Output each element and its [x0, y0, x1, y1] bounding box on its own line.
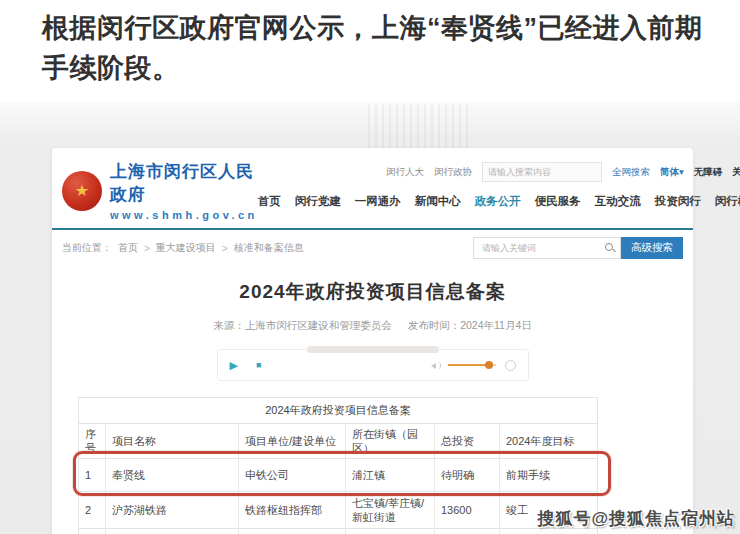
cell-town: 浦江镇	[346, 459, 435, 491]
nav-item-gov-affairs[interactable]: 政务公开	[475, 194, 521, 209]
article-source: 来源：上海市闵行区建设和管理委员会	[213, 319, 392, 333]
cell-project-name: 奉贤线	[106, 459, 239, 491]
gov-website-card: ★ 上海市闵行区人民政府 www.shmh.gov.cn 闵行人大 闵行政协 全…	[52, 148, 693, 534]
link-minhang-zhengxie[interactable]: 闵行政协	[434, 166, 472, 179]
keyword-search-input[interactable]	[480, 242, 604, 254]
nav-item-invest[interactable]: 投资闵行	[655, 194, 701, 209]
cell-index: 2	[79, 492, 106, 528]
language-select[interactable]: 简体▾	[660, 166, 684, 179]
col-header-index: 序号	[79, 424, 106, 458]
site-search-input[interactable]	[482, 162, 602, 182]
breadcrumb-filing-info[interactable]: 核准和备案信息	[234, 241, 304, 255]
care-version-link[interactable]: 关怀版	[732, 166, 740, 179]
accessibility-link[interactable]: 无障碍	[694, 166, 723, 179]
cell-investment: 13600	[435, 492, 500, 528]
stop-icon[interactable]: ■	[256, 361, 261, 370]
table-row-fengxian-line: 1 奉贤线 申铁公司 浦江镇 待明确 前期手续	[78, 459, 598, 492]
table-row-huhang-link-line: 3 沪杭客专南联络线 铁路枢纽指挥部 梅陇镇 莘庄镇 167705 竣工	[78, 529, 598, 534]
search-icon[interactable]	[604, 242, 616, 254]
cell-unit: 申铁公司	[239, 459, 346, 491]
mute-toggle-icon[interactable]	[505, 360, 516, 371]
site-header: ★ 上海市闵行区人民政府 www.shmh.gov.cn 闵行人大 闵行政协 全…	[52, 148, 693, 221]
breadcrumb-separator: >	[144, 243, 150, 254]
cell-index: 1	[79, 459, 106, 491]
utility-row: 闵行人大 闵行政协 全网搜索 简体▾ 无障碍 关怀版	[386, 162, 740, 182]
volume-fill	[448, 364, 488, 366]
breadcrumb-home[interactable]: 首页	[118, 241, 138, 255]
breadcrumb-row: 当前位置： 首页 > 重大建设项目 > 核准和备案信息 高级搜索	[52, 230, 693, 265]
nav-item-onestop[interactable]: 一网通办	[355, 194, 401, 209]
nav-item-home[interactable]: 首页	[258, 194, 281, 209]
col-header-project-name: 项目名称	[106, 424, 239, 458]
cell-town: 梅陇镇 莘庄镇	[346, 529, 435, 534]
breadcrumb-major-projects[interactable]: 重大建设项目	[156, 241, 216, 255]
nav-item-interaction[interactable]: 互动交流	[595, 194, 641, 209]
col-header-investment: 总投资	[435, 424, 500, 458]
volume-slider[interactable]	[448, 364, 496, 366]
article-headline: 根据闵行区政府官网公示，上海“奉贤线”已经进入前期 手续阶段。	[42, 8, 712, 88]
cell-town: 七宝镇/莘庄镇/新虹街道	[346, 492, 435, 528]
table-header-row: 序号 项目名称 项目单位/建设单位 所在街镇（园区） 总投资 2024年度目标	[78, 424, 598, 459]
cell-unit: 铁路枢纽指挥部	[239, 529, 346, 534]
audio-caption-blur	[307, 346, 439, 353]
site-name: 上海市闵行区人民政府	[110, 160, 258, 206]
col-header-unit: 项目单位/建设单位	[239, 424, 346, 458]
site-brand[interactable]: ★ 上海市闵行区人民政府 www.shmh.gov.cn	[62, 160, 258, 221]
chevron-down-icon: ▾	[679, 166, 684, 177]
col-header-2024-goal: 2024年度目标	[500, 424, 597, 458]
headline-line1: 根据闵行区政府官网公示，上海“奉贤线”已经进入前期	[42, 8, 712, 48]
breadcrumb-separator: >	[222, 243, 228, 254]
national-emblem-icon: ★	[62, 171, 102, 211]
table-caption: 2024年政府投资项目信息备案	[78, 397, 598, 424]
cell-goal: 前期手续	[500, 459, 597, 491]
table-row-husuhu-railway: 2 沪苏湖铁路 铁路枢纽指挥部 七宝镇/莘庄镇/新虹街道 13600 竣工	[78, 492, 598, 529]
speaker-icon	[431, 360, 442, 371]
link-minhang-renda[interactable]: 闵行人大	[386, 166, 424, 179]
nav-item-overview[interactable]: 闵行概览	[715, 194, 740, 209]
main-nav: 首页 闵行党建 一网通办 新闻中心 政务公开 便民服务 互动交流 投资闵行 闵行…	[258, 194, 740, 209]
breadcrumb-label: 当前位置：	[62, 241, 112, 255]
audio-player: ▶ ■	[217, 349, 529, 381]
projects-table: 2024年政府投资项目信息备案 序号 项目名称 项目单位/建设单位 所在街镇（园…	[78, 397, 598, 534]
keyword-search: 高级搜索	[473, 237, 683, 259]
site-url: www.shmh.gov.cn	[110, 209, 258, 221]
article-meta: 来源：上海市闵行区建设和管理委员会 发布时间：2024年11月4日	[52, 319, 693, 333]
cell-investment: 167705	[435, 529, 500, 534]
cell-investment: 待明确	[435, 459, 500, 491]
page-title: 2024年政府投资项目信息备案	[52, 279, 693, 305]
cell-project-name: 沪苏湖铁路	[106, 492, 239, 528]
cell-unit: 铁路枢纽指挥部	[239, 492, 346, 528]
cell-index: 3	[79, 529, 106, 534]
advanced-search-button[interactable]: 高级搜索	[621, 237, 683, 259]
breadcrumb: 当前位置： 首页 > 重大建设项目 > 核准和备案信息	[62, 241, 304, 255]
nav-item-news[interactable]: 新闻中心	[415, 194, 461, 209]
nav-item-party[interactable]: 闵行党建	[295, 194, 341, 209]
headline-line2: 手续阶段。	[42, 48, 712, 88]
play-icon[interactable]: ▶	[230, 360, 238, 371]
article-publish-time: 发布时间：2024年11月4日	[408, 319, 532, 333]
sohu-watermark: 搜狐号@搜狐焦点宿州站	[537, 507, 735, 530]
nav-item-services[interactable]: 便民服务	[535, 194, 581, 209]
volume-thumb[interactable]	[485, 361, 493, 369]
col-header-town: 所在街镇（园区）	[346, 424, 435, 458]
site-search-button[interactable]: 全网搜索	[612, 166, 650, 179]
cell-project-name: 沪杭客专南联络线	[106, 529, 239, 534]
